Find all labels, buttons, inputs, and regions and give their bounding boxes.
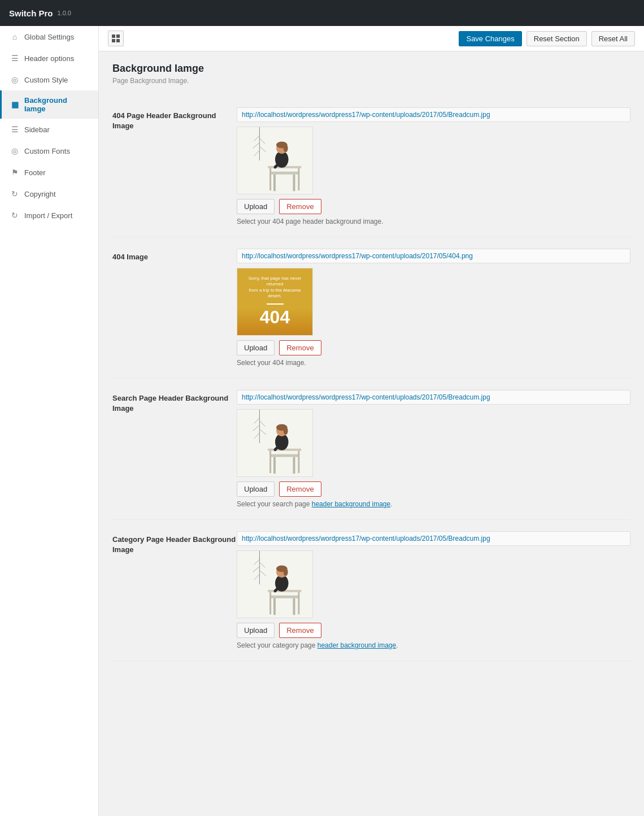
grid-icon-sidebar: ▦ — [10, 99, 20, 110]
field-control-404-image: Sorry, that page has never returnedfrom … — [237, 249, 630, 367]
sidebar-item-custom-style[interactable]: ◎ Custom Style — [0, 69, 98, 90]
svg-rect-7 — [273, 175, 276, 192]
sidebar-item-custom-fonts[interactable]: ◎ Custom Fonts — [0, 140, 98, 162]
svg-rect-0 — [112, 34, 115, 38]
url-input-404-image[interactable] — [237, 249, 630, 263]
header-bg-link[interactable]: header background image — [317, 641, 396, 649]
svg-rect-11 — [298, 168, 299, 190]
svg-rect-43 — [273, 598, 276, 615]
action-bar: Save Changes Reset Section Reset All — [99, 26, 644, 51]
sidebar-item-header-options[interactable]: ☰ Header options — [0, 47, 98, 69]
field-label-404-image: 404 Image — [112, 249, 237, 262]
field-label-404-header-bg: 404 Page Header Background Image — [112, 107, 237, 131]
field-control-category-header-bg: Upload Remove Select your category page … — [237, 531, 630, 649]
remove-button-category-header-bg[interactable]: Remove — [279, 623, 321, 638]
upload-button-search-header-bg[interactable]: Upload — [237, 481, 275, 497]
svg-rect-26 — [293, 457, 295, 474]
sidebar-item-background-image[interactable]: ▦ Background Iamge — [0, 90, 98, 119]
svg-rect-46 — [269, 592, 271, 614]
svg-point-51 — [284, 568, 288, 576]
field-control-search-header-bg: Upload Remove Select your search page he… — [237, 390, 630, 508]
home-icon: ⌂ — [10, 32, 20, 42]
sidebar-label-custom-style: Custom Style — [24, 76, 68, 84]
field-hint-404-image: Select your 404 image. — [237, 359, 630, 367]
image-preview-404-image: Sorry, that page has never returnedfrom … — [237, 268, 313, 336]
sidebar-label-global-settings: Global Settings — [24, 33, 74, 41]
sidebar-item-import-export[interactable]: ↻ Import / Export — [0, 205, 98, 226]
svg-rect-6 — [271, 172, 298, 175]
svg-rect-28 — [269, 451, 271, 473]
field-label-search-header-bg: Search Page Header Background Image — [112, 390, 237, 414]
upload-button-category-header-bg[interactable]: Upload — [237, 623, 275, 638]
btn-row-404-header-bg: Upload Remove — [237, 199, 630, 214]
sidebar-label-footer: Footer — [24, 168, 46, 177]
main-panel: Save Changes Reset Section Reset All Bac… — [99, 26, 644, 816]
svg-rect-10 — [269, 168, 271, 190]
upload-button-404-header-bg[interactable]: Upload — [237, 199, 275, 214]
fonts-icon: ◎ — [10, 146, 20, 156]
field-404-image: 404 Image Sorry, that page has never ret… — [112, 237, 630, 379]
svg-rect-1 — [116, 34, 120, 38]
svg-point-15 — [284, 144, 288, 152]
app-version: 1.0.0 — [58, 10, 71, 16]
grid-view-icon[interactable] — [108, 31, 124, 46]
svg-rect-3 — [116, 39, 120, 42]
btn-row-search-header-bg: Upload Remove — [237, 481, 630, 497]
sidebar-item-global-settings[interactable]: ⌂ Global Settings — [0, 26, 98, 47]
remove-button-404-image[interactable]: Remove — [279, 340, 321, 355]
btn-row-404-image: Upload Remove — [237, 340, 630, 355]
sidebar-item-sidebar[interactable]: ☰ Sidebar — [0, 119, 98, 140]
svg-rect-8 — [293, 175, 295, 192]
sidebar-label-copyright: Copyright — [24, 190, 56, 198]
svg-rect-25 — [273, 457, 276, 474]
svg-rect-47 — [298, 592, 299, 614]
field-control-404-header-bg: Upload Remove Select your 404 page heade… — [237, 107, 630, 225]
svg-rect-2 — [112, 39, 115, 42]
sidebar-label-sidebar: Sidebar — [24, 125, 50, 134]
circle-icon: ◎ — [10, 75, 20, 85]
section-subtitle: Page Background Image. — [112, 77, 630, 85]
footer-icon: ⚑ — [10, 167, 20, 177]
svg-point-33 — [284, 427, 288, 435]
sidebar: ⌂ Global Settings ☰ Header options ◎ Cus… — [0, 26, 99, 816]
url-input-404-header-bg[interactable] — [237, 107, 630, 122]
field-hint-category-header-bg: Select your category page header backgro… — [237, 641, 630, 649]
menu-icon: ☰ — [10, 53, 20, 63]
svg-rect-44 — [293, 598, 295, 615]
sidebar-label-import-export: Import / Export — [24, 211, 72, 220]
field-label-category-header-bg: Category Page Header Background Image — [112, 531, 237, 555]
content-area: Background Iamge Page Background Image. … — [99, 51, 644, 672]
section-title: Background Iamge — [112, 63, 630, 75]
sidebar-item-copyright[interactable]: ↻ Copyright — [0, 183, 98, 205]
field-search-header-bg: Search Page Header Background Image — [112, 379, 630, 520]
svg-rect-29 — [298, 451, 299, 473]
svg-rect-24 — [271, 454, 298, 457]
field-hint-search-header-bg: Select your search page header backgroun… — [237, 500, 630, 508]
field-hint-404-header-bg: Select your 404 page header background i… — [237, 218, 630, 225]
url-input-category-header-bg[interactable] — [237, 531, 630, 546]
reset-section-button[interactable]: Reset Section — [526, 31, 587, 46]
sidebar-label-header-options: Header options — [24, 54, 74, 63]
remove-button-search-header-bg[interactable]: Remove — [279, 481, 321, 497]
copyright-icon: ↻ — [10, 189, 20, 199]
image-preview-search-header-bg — [237, 409, 313, 477]
layout: ⌂ Global Settings ☰ Header options ◎ Cus… — [0, 26, 644, 816]
url-input-search-header-bg[interactable] — [237, 390, 630, 405]
sidebar-item-footer[interactable]: ⚑ Footer — [0, 162, 98, 183]
app-title: Switch Pro — [9, 8, 53, 18]
field-404-header-bg: 404 Page Header Background Image — [112, 96, 630, 237]
save-changes-button[interactable]: Save Changes — [459, 31, 521, 46]
topbar: Switch Pro 1.0.0 — [0, 0, 644, 26]
header-link[interactable]: header background image — [312, 500, 390, 508]
action-bar-left — [108, 31, 124, 46]
image-preview-category-header-bg — [237, 550, 313, 618]
svg-rect-42 — [271, 596, 298, 598]
reset-all-button[interactable]: Reset All — [591, 31, 635, 46]
field-category-header-bg: Category Page Header Background Image — [112, 520, 630, 661]
sidebar-label-custom-fonts: Custom Fonts — [24, 147, 70, 155]
import-export-icon: ↻ — [10, 210, 20, 220]
image-preview-404-header-bg — [237, 127, 313, 194]
sidebar-label-background-image: Background Iamge — [24, 96, 90, 113]
remove-button-404-header-bg[interactable]: Remove — [279, 199, 321, 214]
upload-button-404-image[interactable]: Upload — [237, 340, 275, 355]
